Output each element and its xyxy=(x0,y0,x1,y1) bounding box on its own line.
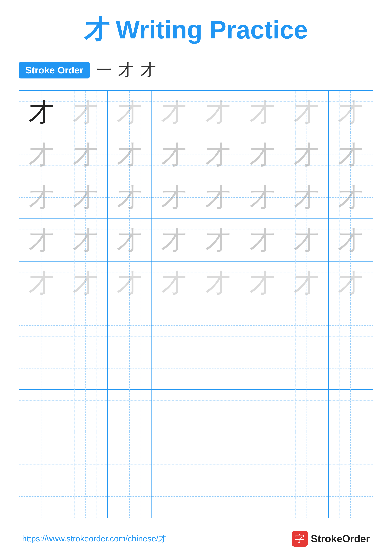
grid-cell[interactable]: 才 xyxy=(19,219,64,262)
grid-cell[interactable]: 才 xyxy=(196,262,240,304)
grid-cell[interactable]: 才 xyxy=(240,91,284,133)
grid-cell[interactable]: 才 xyxy=(240,133,284,176)
grid-cell[interactable]: 才 xyxy=(240,219,284,262)
grid-cell[interactable] xyxy=(108,347,152,390)
grid-cell[interactable] xyxy=(19,304,64,347)
grid-cell[interactable]: 才 xyxy=(284,176,328,219)
grid-cell[interactable] xyxy=(328,475,373,518)
grid-cell[interactable]: 才 xyxy=(328,219,373,262)
grid-cell[interactable]: 才 xyxy=(284,219,328,262)
grid-cell[interactable] xyxy=(284,475,328,518)
grid-cell[interactable]: 才 xyxy=(284,133,328,176)
cell-char: 才 xyxy=(152,176,196,219)
logo-icon: 字 xyxy=(292,531,308,547)
cell-char: 才 xyxy=(152,133,196,176)
grid-cell[interactable]: 才 xyxy=(284,262,328,304)
grid-cell[interactable]: 才 xyxy=(196,219,240,262)
cell-char: 才 xyxy=(284,91,328,133)
grid-cell[interactable] xyxy=(19,347,64,390)
grid-cell[interactable] xyxy=(152,390,196,432)
cell-char: 才 xyxy=(64,91,107,133)
grid-cell[interactable]: 才 xyxy=(19,176,64,219)
grid-cell[interactable]: 才 xyxy=(64,219,107,262)
grid-cell[interactable]: 才 xyxy=(240,176,284,219)
grid-cell[interactable] xyxy=(19,432,64,475)
grid-cell[interactable]: 才 xyxy=(328,133,373,176)
grid-cell[interactable] xyxy=(240,304,284,347)
cell-char: 才 xyxy=(284,176,328,219)
grid-cell[interactable]: 才 xyxy=(152,91,196,133)
grid-cell[interactable] xyxy=(152,432,196,475)
grid-cell[interactable] xyxy=(328,390,373,432)
cell-char: 才 xyxy=(240,133,284,176)
grid-cell[interactable] xyxy=(240,432,284,475)
cell-char: 才 xyxy=(64,133,107,176)
grid-cell[interactable] xyxy=(328,432,373,475)
grid-cell[interactable]: 才 xyxy=(64,133,107,176)
cell-char: 才 xyxy=(19,176,63,219)
grid-cell[interactable]: 才 xyxy=(19,262,64,304)
grid-cell[interactable] xyxy=(64,304,107,347)
grid-cell[interactable]: 才 xyxy=(108,219,152,262)
cell-char: 才 xyxy=(64,176,107,219)
footer-url[interactable]: https://www.strokeorder.com/chinese/才 xyxy=(22,533,166,544)
grid-cell[interactable]: 才 xyxy=(196,91,240,133)
grid-cell[interactable]: 才 xyxy=(19,91,64,133)
cell-char: 才 xyxy=(196,219,240,262)
grid-cell[interactable] xyxy=(196,432,240,475)
grid-cell[interactable] xyxy=(108,432,152,475)
grid-cell[interactable] xyxy=(64,475,107,518)
grid-cell[interactable] xyxy=(19,475,64,518)
cell-char: 才 xyxy=(108,219,151,262)
cell-char: 才 xyxy=(108,133,151,176)
grid-cell[interactable]: 才 xyxy=(108,176,152,219)
grid-cell[interactable]: 才 xyxy=(64,262,107,304)
grid-cell[interactable] xyxy=(152,475,196,518)
grid-cell[interactable] xyxy=(196,347,240,390)
grid-cell[interactable]: 才 xyxy=(108,91,152,133)
grid-cell[interactable]: 才 xyxy=(284,91,328,133)
grid-cell[interactable] xyxy=(240,347,284,390)
stroke-order-chars: 一 才 才 xyxy=(96,59,156,81)
grid-cell[interactable]: 才 xyxy=(108,262,152,304)
grid-cell[interactable] xyxy=(328,304,373,347)
grid-cell[interactable]: 才 xyxy=(240,262,284,304)
grid-cell[interactable] xyxy=(108,390,152,432)
grid-cell[interactable]: 才 xyxy=(108,133,152,176)
grid-cell[interactable] xyxy=(64,432,107,475)
grid-cell[interactable]: 才 xyxy=(328,91,373,133)
grid-cell[interactable] xyxy=(240,390,284,432)
grid-cell[interactable] xyxy=(152,304,196,347)
grid-cell[interactable]: 才 xyxy=(328,176,373,219)
grid-cell[interactable] xyxy=(328,347,373,390)
grid-cell[interactable] xyxy=(284,304,328,347)
grid-cell[interactable]: 才 xyxy=(64,91,107,133)
grid-cell[interactable] xyxy=(240,475,284,518)
grid-cell[interactable] xyxy=(19,390,64,432)
stroke-order-area: Stroke Order 一 才 才 xyxy=(19,59,156,81)
grid-cell[interactable] xyxy=(64,347,107,390)
grid-cell[interactable] xyxy=(108,304,152,347)
title-area: 才 Writing Practice xyxy=(19,13,373,47)
grid-cell[interactable]: 才 xyxy=(328,262,373,304)
grid-cell[interactable] xyxy=(284,432,328,475)
grid-cell[interactable] xyxy=(196,304,240,347)
grid-cell[interactable]: 才 xyxy=(196,133,240,176)
grid-cell[interactable] xyxy=(284,347,328,390)
grid-cell[interactable]: 才 xyxy=(152,176,196,219)
grid-cell[interactable] xyxy=(64,390,107,432)
grid-cell[interactable]: 才 xyxy=(19,133,64,176)
grid-cell[interactable]: 才 xyxy=(152,262,196,304)
cell-char: 才 xyxy=(196,91,240,133)
cell-char: 才 xyxy=(108,91,151,133)
grid-cell[interactable] xyxy=(196,390,240,432)
grid-cell[interactable]: 才 xyxy=(196,176,240,219)
grid-cell[interactable] xyxy=(196,475,240,518)
grid-cell[interactable] xyxy=(108,475,152,518)
grid-cell[interactable]: 才 xyxy=(152,133,196,176)
grid-cell[interactable] xyxy=(152,347,196,390)
grid-row xyxy=(19,475,373,518)
grid-cell[interactable] xyxy=(284,390,328,432)
grid-cell[interactable]: 才 xyxy=(64,176,107,219)
grid-cell[interactable]: 才 xyxy=(152,219,196,262)
